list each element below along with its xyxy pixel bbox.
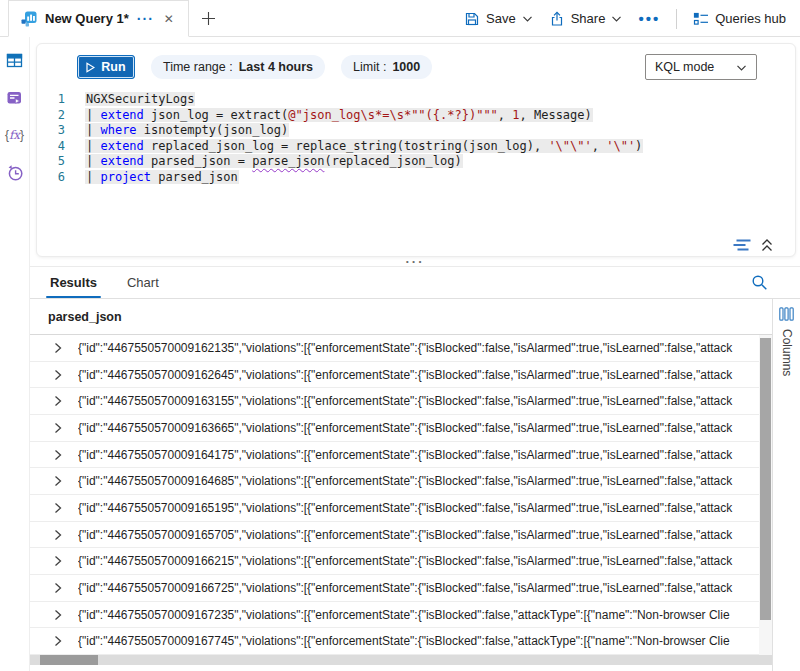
code-line[interactable]: | extend replaced_json_log = replace_str… (85, 139, 795, 155)
query-editor[interactable]: 123456 NGXSecurityLogs| extend json_log … (37, 90, 795, 238)
save-button[interactable]: Save (464, 11, 533, 27)
results-area: parsed_json {"id":"4467550570009162135",… (30, 299, 800, 671)
row-expand-chevron-icon[interactable] (54, 635, 62, 647)
row-json-text: {"id":"4467550570009167745","violations"… (78, 634, 756, 648)
table-row[interactable]: {"id":"4467550570009167745","violations"… (30, 628, 772, 655)
code-line[interactable]: | extend parsed_json = parse_json(replac… (85, 154, 795, 170)
column-header-parsed-json[interactable]: parsed_json (30, 299, 772, 335)
more-actions-icon[interactable]: ••• (638, 10, 660, 27)
line-number: 3 (37, 123, 65, 139)
row-expand-chevron-icon[interactable] (54, 582, 62, 594)
time-range-value: Last 4 hours (239, 60, 313, 74)
columns-side-panel[interactable]: Columns (772, 299, 800, 671)
line-number: 6 (37, 170, 65, 186)
row-expand-chevron-icon[interactable] (54, 449, 62, 461)
share-label: Share (571, 11, 606, 26)
code-line[interactable]: | extend json_log = extract(@"json_log\s… (85, 108, 795, 124)
run-button[interactable]: Run (77, 55, 135, 79)
limit-filter[interactable]: Limit : 1000 (341, 55, 432, 79)
table-icon[interactable] (6, 53, 23, 68)
row-expand-chevron-icon[interactable] (54, 395, 62, 407)
chevron-down-icon (522, 14, 533, 23)
results-rows: {"id":"4467550570009162135","violations"… (30, 335, 772, 655)
queries-hub-label: Queries hub (715, 11, 786, 26)
collapse-up-icon[interactable] (761, 239, 773, 252)
main-area: {fx} Run (0, 37, 800, 671)
play-icon (86, 62, 95, 73)
bottom-gap (30, 665, 772, 671)
line-number: 5 (37, 154, 65, 170)
table-row[interactable]: {"id":"4467550570009165195","violations"… (30, 495, 772, 522)
row-json-text: {"id":"4467550570009165195","violations"… (78, 501, 756, 515)
history-icon[interactable] (6, 164, 24, 182)
line-number: 1 (37, 92, 65, 108)
tab-results-label: Results (50, 275, 97, 290)
code-line[interactable]: | where isnotempty(json_log) (85, 123, 795, 139)
row-expand-chevron-icon[interactable] (54, 475, 62, 487)
run-label: Run (101, 60, 125, 74)
tab-title: New Query 1* (45, 11, 129, 26)
table-row[interactable]: {"id":"4467550570009165705","violations"… (30, 522, 772, 549)
vertical-scrollbar-thumb[interactable] (760, 338, 771, 620)
tab-chart[interactable]: Chart (127, 267, 159, 298)
top-tab-bar: New Query 1* ··· ✕ Save (0, 0, 800, 37)
code-line[interactable]: NGXSecurityLogs (85, 92, 795, 108)
table-row[interactable]: {"id":"4467550570009164175","violations"… (30, 442, 772, 469)
editor-lines: NGXSecurityLogs| extend json_log = extra… (71, 92, 795, 238)
share-icon (549, 11, 565, 27)
columns-icon (779, 307, 794, 321)
row-json-text: {"id":"4467550570009162645","violations"… (78, 368, 756, 382)
content-column: Run Time range : Last 4 hours Limit : 10… (30, 37, 800, 671)
queries-hub-button[interactable]: Queries hub (693, 11, 786, 27)
time-range-filter[interactable]: Time range : Last 4 hours (151, 55, 325, 79)
row-json-text: {"id":"4467550570009165705","violations"… (78, 528, 756, 542)
horizontal-scrollbar[interactable] (30, 655, 772, 665)
query-tab[interactable]: New Query 1* ··· ✕ (8, 0, 189, 37)
share-button[interactable]: Share (549, 11, 623, 27)
row-expand-chevron-icon[interactable] (54, 529, 62, 541)
results-tabbar: Results Chart (30, 266, 800, 299)
row-json-text: {"id":"4467550570009167235","violations"… (78, 608, 756, 622)
row-expand-chevron-icon[interactable] (54, 609, 62, 621)
row-expand-chevron-icon[interactable] (54, 422, 62, 434)
horizontal-scrollbar-thumb[interactable] (40, 655, 98, 665)
panel-splitter[interactable]: ··· (30, 257, 800, 266)
format-lines-icon[interactable] (733, 238, 751, 252)
stored-queries-icon[interactable] (6, 90, 23, 106)
tab-results[interactable]: Results (50, 267, 97, 298)
line-number: 2 (37, 108, 65, 124)
table-row[interactable]: {"id":"4467550570009163155","violations"… (30, 388, 772, 415)
vertical-scrollbar[interactable] (759, 335, 772, 655)
tab-close-icon[interactable]: ✕ (162, 12, 176, 26)
table-row[interactable]: {"id":"4467550570009162135","violations"… (30, 335, 772, 362)
row-expand-chevron-icon[interactable] (54, 369, 62, 381)
row-json-text: {"id":"4467550570009163155","violations"… (78, 394, 756, 408)
tab-chart-label: Chart (127, 275, 159, 290)
plus-icon (201, 11, 216, 26)
code-line[interactable]: | project parsed_json (85, 170, 795, 186)
save-label: Save (486, 11, 516, 26)
table-row[interactable]: {"id":"4467550570009164685","violations"… (30, 468, 772, 495)
table-row[interactable]: {"id":"4467550570009166725","violations"… (30, 575, 772, 602)
row-expand-chevron-icon[interactable] (54, 342, 62, 354)
columns-panel-label: Columns (780, 329, 794, 376)
table-row[interactable]: {"id":"4467550570009166215","violations"… (30, 548, 772, 575)
table-row[interactable]: {"id":"4467550570009163665","violations"… (30, 415, 772, 442)
row-json-text: {"id":"4467550570009163665","violations"… (78, 421, 756, 435)
row-json-text: {"id":"4467550570009166725","violations"… (78, 581, 756, 595)
search-icon (751, 274, 768, 291)
new-tab-button[interactable] (189, 0, 228, 37)
row-expand-chevron-icon[interactable] (54, 502, 62, 514)
row-json-text: {"id":"4467550570009164685","violations"… (78, 474, 756, 488)
chevron-down-icon (736, 63, 747, 72)
queries-hub-icon (693, 11, 709, 27)
table-row[interactable]: {"id":"4467550570009162645","violations"… (30, 362, 772, 389)
table-row[interactable]: {"id":"4467550570009167235","violations"… (30, 602, 772, 629)
limit-label: Limit : (353, 60, 386, 74)
search-button[interactable] (751, 274, 768, 291)
chevron-down-icon (611, 14, 622, 23)
row-expand-chevron-icon[interactable] (54, 555, 62, 567)
tab-more-icon[interactable]: ··· (137, 14, 154, 24)
function-icon[interactable]: {fx} (5, 128, 24, 142)
kql-mode-dropdown[interactable]: KQL mode (645, 54, 757, 80)
